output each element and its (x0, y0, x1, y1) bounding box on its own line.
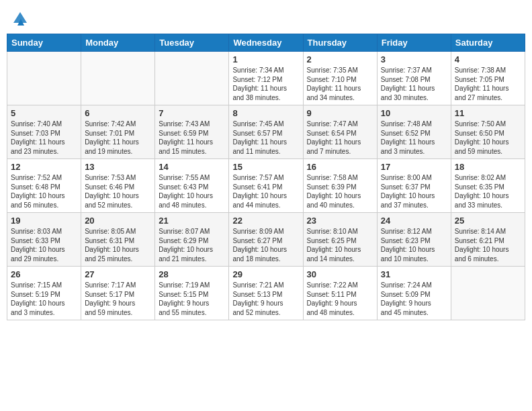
calendar-cell (81, 52, 155, 105)
day-number: 4 (455, 54, 521, 64)
day-number: 3 (381, 54, 447, 64)
day-number: 29 (232, 269, 299, 279)
calendar-header-saturday: Saturday (451, 34, 525, 52)
page-header (7, 7, 525, 28)
calendar-cell: 20Sunrise: 8:05 AM Sunset: 6:31 PM Dayli… (81, 213, 155, 267)
day-number: 15 (232, 162, 299, 172)
day-info: Sunrise: 8:03 AM Sunset: 6:33 PM Dayligh… (11, 227, 77, 263)
day-info: Sunrise: 7:48 AM Sunset: 6:52 PM Dayligh… (381, 120, 447, 156)
day-info: Sunrise: 7:47 AM Sunset: 6:54 PM Dayligh… (307, 120, 373, 156)
calendar-cell: 12Sunrise: 7:52 AM Sunset: 6:48 PM Dayli… (7, 159, 81, 213)
day-info: Sunrise: 7:15 AM Sunset: 5:19 PM Dayligh… (11, 281, 77, 317)
calendar-cell: 3Sunrise: 7:37 AM Sunset: 7:08 PM Daylig… (377, 52, 451, 105)
calendar-cell: 28Sunrise: 7:19 AM Sunset: 5:15 PM Dayli… (155, 267, 229, 320)
day-info: Sunrise: 7:37 AM Sunset: 7:08 PM Dayligh… (381, 66, 447, 102)
day-number: 20 (85, 216, 151, 226)
day-number: 2 (307, 54, 373, 64)
day-info: Sunrise: 7:58 AM Sunset: 6:39 PM Dayligh… (307, 173, 373, 210)
calendar-header-friday: Friday (377, 34, 451, 52)
calendar-header-monday: Monday (81, 34, 155, 52)
calendar-cell: 29Sunrise: 7:21 AM Sunset: 5:13 PM Dayli… (229, 267, 303, 320)
day-info: Sunrise: 7:21 AM Sunset: 5:13 PM Dayligh… (232, 281, 299, 317)
calendar-cell: 27Sunrise: 7:17 AM Sunset: 5:17 PM Dayli… (81, 267, 155, 320)
calendar-cell: 13Sunrise: 7:53 AM Sunset: 6:46 PM Dayli… (81, 159, 155, 213)
calendar-cell: 9Sunrise: 7:47 AM Sunset: 6:54 PM Daylig… (303, 105, 377, 159)
day-number: 14 (159, 162, 225, 172)
calendar-cell: 31Sunrise: 7:24 AM Sunset: 5:09 PM Dayli… (377, 267, 451, 320)
day-info: Sunrise: 7:43 AM Sunset: 6:59 PM Dayligh… (159, 120, 225, 156)
day-number: 26 (11, 269, 77, 279)
calendar-cell (7, 52, 81, 105)
calendar-cell: 23Sunrise: 8:10 AM Sunset: 6:25 PM Dayli… (303, 213, 377, 267)
calendar-cell: 17Sunrise: 8:00 AM Sunset: 6:37 PM Dayli… (377, 159, 451, 213)
day-info: Sunrise: 8:05 AM Sunset: 6:31 PM Dayligh… (85, 227, 151, 263)
day-info: Sunrise: 7:35 AM Sunset: 7:10 PM Dayligh… (307, 66, 373, 102)
day-number: 1 (232, 54, 299, 64)
calendar-cell: 10Sunrise: 7:48 AM Sunset: 6:52 PM Dayli… (377, 105, 451, 159)
calendar-cell: 6Sunrise: 7:42 AM Sunset: 7:01 PM Daylig… (81, 105, 155, 159)
day-info: Sunrise: 7:55 AM Sunset: 6:43 PM Dayligh… (159, 173, 225, 210)
day-number: 23 (307, 216, 373, 226)
day-info: Sunrise: 8:14 AM Sunset: 6:21 PM Dayligh… (455, 227, 521, 263)
day-number: 13 (85, 162, 151, 172)
calendar-cell: 8Sunrise: 7:45 AM Sunset: 6:57 PM Daylig… (229, 105, 303, 159)
day-number: 31 (381, 269, 447, 279)
calendar-header-row: SundayMondayTuesdayWednesdayThursdayFrid… (7, 34, 525, 52)
calendar-cell: 1Sunrise: 7:34 AM Sunset: 7:12 PM Daylig… (229, 52, 303, 105)
day-info: Sunrise: 7:57 AM Sunset: 6:41 PM Dayligh… (232, 173, 299, 210)
day-info: Sunrise: 8:02 AM Sunset: 6:35 PM Dayligh… (455, 173, 521, 210)
calendar-cell: 24Sunrise: 8:12 AM Sunset: 6:23 PM Dayli… (377, 213, 451, 267)
calendar-cell: 21Sunrise: 8:07 AM Sunset: 6:29 PM Dayli… (155, 213, 229, 267)
day-info: Sunrise: 8:12 AM Sunset: 6:23 PM Dayligh… (381, 227, 447, 263)
day-info: Sunrise: 7:17 AM Sunset: 5:17 PM Dayligh… (85, 281, 151, 317)
calendar-cell (451, 267, 525, 320)
day-info: Sunrise: 8:10 AM Sunset: 6:25 PM Dayligh… (307, 227, 373, 263)
day-number: 21 (159, 216, 225, 226)
logo-icon (11, 9, 30, 28)
calendar-header-tuesday: Tuesday (155, 34, 229, 52)
calendar-cell (155, 52, 229, 105)
day-info: Sunrise: 7:50 AM Sunset: 6:50 PM Dayligh… (455, 120, 521, 156)
day-info: Sunrise: 7:19 AM Sunset: 5:15 PM Dayligh… (159, 281, 225, 317)
day-number: 5 (11, 108, 77, 118)
calendar-week-4: 19Sunrise: 8:03 AM Sunset: 6:33 PM Dayli… (7, 213, 525, 267)
calendar-header-thursday: Thursday (303, 34, 377, 52)
day-info: Sunrise: 7:45 AM Sunset: 6:57 PM Dayligh… (232, 120, 299, 156)
calendar-cell: 26Sunrise: 7:15 AM Sunset: 5:19 PM Dayli… (7, 267, 81, 320)
day-number: 24 (381, 216, 447, 226)
day-number: 11 (455, 108, 521, 118)
calendar-cell: 16Sunrise: 7:58 AM Sunset: 6:39 PM Dayli… (303, 159, 377, 213)
calendar-cell: 14Sunrise: 7:55 AM Sunset: 6:43 PM Dayli… (155, 159, 229, 213)
day-number: 17 (381, 162, 447, 172)
day-number: 16 (307, 162, 373, 172)
calendar-table: SundayMondayTuesdayWednesdayThursdayFrid… (7, 34, 525, 320)
day-number: 19 (11, 216, 77, 226)
calendar-cell: 7Sunrise: 7:43 AM Sunset: 6:59 PM Daylig… (155, 105, 229, 159)
calendar-week-3: 12Sunrise: 7:52 AM Sunset: 6:48 PM Dayli… (7, 159, 525, 213)
day-number: 27 (85, 269, 151, 279)
calendar-cell: 11Sunrise: 7:50 AM Sunset: 6:50 PM Dayli… (451, 105, 525, 159)
calendar-week-1: 1Sunrise: 7:34 AM Sunset: 7:12 PM Daylig… (7, 52, 525, 105)
day-number: 28 (159, 269, 225, 279)
day-info: Sunrise: 7:24 AM Sunset: 5:09 PM Dayligh… (381, 281, 447, 317)
calendar-cell: 18Sunrise: 8:02 AM Sunset: 6:35 PM Dayli… (451, 159, 525, 213)
day-info: Sunrise: 7:42 AM Sunset: 7:01 PM Dayligh… (85, 120, 151, 156)
calendar-cell: 2Sunrise: 7:35 AM Sunset: 7:10 PM Daylig… (303, 52, 377, 105)
day-info: Sunrise: 7:53 AM Sunset: 6:46 PM Dayligh… (85, 173, 151, 210)
calendar-cell: 25Sunrise: 8:14 AM Sunset: 6:21 PM Dayli… (451, 213, 525, 267)
day-number: 7 (159, 108, 225, 118)
day-number: 12 (11, 162, 77, 172)
calendar-cell: 15Sunrise: 7:57 AM Sunset: 6:41 PM Dayli… (229, 159, 303, 213)
day-number: 18 (455, 162, 521, 172)
day-info: Sunrise: 7:40 AM Sunset: 7:03 PM Dayligh… (11, 120, 77, 156)
day-number: 8 (232, 108, 299, 118)
day-number: 6 (85, 108, 151, 118)
calendar-week-2: 5Sunrise: 7:40 AM Sunset: 7:03 PM Daylig… (7, 105, 525, 159)
logo (9, 9, 30, 28)
day-info: Sunrise: 8:00 AM Sunset: 6:37 PM Dayligh… (381, 173, 447, 210)
calendar-cell: 4Sunrise: 7:38 AM Sunset: 7:05 PM Daylig… (451, 52, 525, 105)
day-number: 25 (455, 216, 521, 226)
day-number: 30 (307, 269, 373, 279)
day-number: 10 (381, 108, 447, 118)
calendar-header-sunday: Sunday (7, 34, 81, 52)
